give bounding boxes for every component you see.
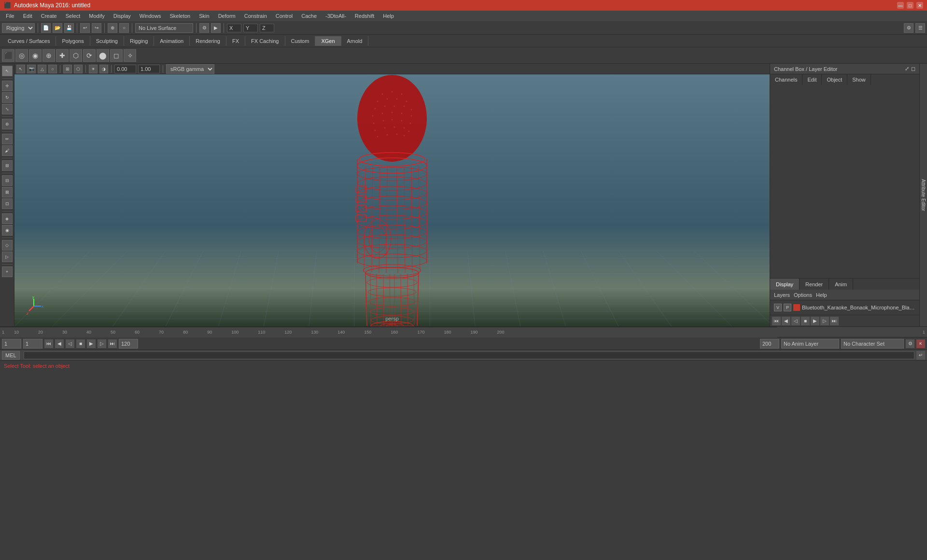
prev-frame-btn[interactable]: ◀ [782,317,790,325]
new-scene-button[interactable]: 📄 [41,23,51,33]
pb-next-key[interactable]: ⏭ [108,339,117,348]
shelf-icon-1[interactable]: ⬛ [2,49,14,62]
settings-button[interactable]: ⚙ [904,23,913,33]
char-set-field[interactable]: No Character Set [841,339,904,349]
undo-button[interactable]: ↩ [80,23,90,33]
next-keyframe-btn[interactable]: ⏭ [830,317,839,325]
shelf-icon-3[interactable]: ◉ [29,49,42,62]
menu-item-redshift[interactable]: Redshift [351,12,378,20]
shelf-icon-5[interactable]: ✚ [56,49,69,62]
snap-grid-button[interactable]: ⊟ [2,175,13,186]
pb-play-fwd[interactable]: ▶ [87,339,96,348]
shelf-tab-rendering[interactable]: Rendering [190,36,226,46]
attr-editor-label[interactable]: Attribute Editor [919,177,927,213]
open-button[interactable]: 📂 [53,23,62,33]
menu-item-modify[interactable]: Modify [85,12,108,20]
menu-item-help[interactable]: Help [379,12,398,20]
save-button[interactable]: 💾 [64,23,74,33]
shelf-icon-10[interactable]: ⟡ [124,49,136,62]
menu-item-constrain[interactable]: Constrain [240,12,271,20]
sculpt-button[interactable]: ✏ [2,134,13,144]
layers-ctrl-options[interactable]: Options [794,292,812,298]
range-end-field[interactable]: 120 [119,339,138,349]
stop-btn[interactable]: ■ [801,317,810,325]
next-frame-btn[interactable]: ▷ [820,317,829,325]
vp-select-btn[interactable]: ↖ [16,65,25,73]
shelf-icon-9[interactable]: ◻ [110,49,123,62]
soft-select-button[interactable]: ⊛ [2,119,13,129]
y-field[interactable]: Y [243,24,258,32]
shelf-tab-polygons[interactable]: Polygons [56,36,90,46]
menu-item-skin[interactable]: Skin [195,12,213,20]
isolate-button[interactable]: ◉ [2,225,13,236]
shelf-icon-6[interactable]: ⬡ [70,49,82,62]
menu-item-create[interactable]: Create [37,12,61,20]
play-back-btn[interactable]: ◁ [791,317,800,325]
command-input[interactable] [24,351,914,359]
shelf-tab-curves---surfaces[interactable]: Curves / Surfaces [2,36,56,46]
cb-tab-object[interactable]: Object [822,74,847,85]
menu-item-edit[interactable]: Edit [19,12,36,20]
hypershade-button[interactable]: ◇ [2,240,13,251]
move-tool-button[interactable]: ✛ [2,81,13,91]
plus-button[interactable]: + [2,266,13,277]
shelf-tab-fx[interactable]: FX [226,36,245,46]
scale-tool-button[interactable]: ⤡ [2,104,13,114]
menu-item-display[interactable]: Display [110,12,135,20]
snap-point-button[interactable]: ⊡ [2,198,13,209]
redo-button[interactable]: ↪ [92,23,101,33]
play-forward-btn[interactable]: ▶ [811,317,819,325]
shelf-icon-4[interactable]: ⊕ [42,49,55,62]
show-manip-button[interactable]: ⊞ [2,160,13,171]
select-button[interactable]: ⊕ [108,23,117,33]
shelf-settings-button[interactable]: ☰ [915,23,925,33]
shelf-tab-arnold[interactable]: Arnold [341,36,369,46]
current-frame-field[interactable]: 1 [2,339,21,349]
paint-button[interactable]: 🖌 [2,145,13,156]
vp-light-btn[interactable]: ☀ [89,65,98,73]
shelf-tab-rigging[interactable]: Rigging [124,36,154,46]
cb-tab-show[interactable]: Show [847,74,871,85]
viewport-canvas[interactable]: persp x y z [14,74,770,326]
menu-item-control[interactable]: Control [272,12,296,20]
layers-ctrl-help[interactable]: Help [816,292,827,298]
layer-playback-toggle[interactable]: P [784,304,791,311]
pb-next[interactable]: ▷ [98,339,106,348]
vp-wire-btn[interactable]: ⬡ [74,65,83,73]
menu-item-skeleton[interactable]: Skeleton [166,12,194,20]
menu-item-deform[interactable]: Deform [214,12,239,20]
layer-visibility-toggle[interactable]: V [774,304,782,311]
attribute-editor-tab[interactable]: Attribute Editor [919,64,927,326]
gamma-select[interactable]: sRGB gamma [166,64,214,74]
title-bar-controls[interactable]: — □ ✕ [897,2,923,9]
minimize-button[interactable]: — [897,2,904,9]
range-start-field[interactable]: 1 [23,339,42,349]
pb-stop[interactable]: ■ [76,339,85,348]
menu-item--3dtoall-[interactable]: -3DtoAll- [322,12,350,20]
shelf-tab-animation[interactable]: Animation [154,36,190,46]
cb-tab-edit[interactable]: Edit [802,74,822,85]
menu-item-cache[interactable]: Cache [297,12,321,20]
shelf-tab-custom[interactable]: Custom [285,36,316,46]
menu-item-windows[interactable]: Windows [136,12,165,20]
pb-play-back[interactable]: ◁ [66,339,74,348]
auto-key-btn[interactable]: K [916,339,925,348]
menu-item-file[interactable]: File [2,12,18,20]
shelf-tab-fx-caching[interactable]: FX Caching [245,36,285,46]
shelf-icon-8[interactable]: ⬤ [97,49,109,62]
time-field-2[interactable]: 1.00 [138,65,160,73]
mode-select[interactable]: Rigging [2,23,35,33]
shelf-icon-2[interactable]: ◎ [15,49,28,62]
x-field[interactable]: X [227,24,241,32]
end-time-field[interactable]: 200 [760,339,779,349]
z-field[interactable]: Z [260,24,274,32]
render-button[interactable]: ▶ [211,23,221,33]
maximize-button[interactable]: □ [907,2,913,9]
channel-box-expand-icon[interactable]: ⤢ [905,66,909,72]
time-field-1[interactable]: 0.00 [114,65,136,73]
layers-ctrl-layers[interactable]: Layers [774,292,790,298]
rotate-tool-button[interactable]: ↻ [2,92,13,103]
vp-camera-btn[interactable]: 📷 [27,65,36,73]
vp-shadow-btn[interactable]: ◑ [99,65,108,73]
timeline[interactable]: 1 10 20 30 40 50 60 70 80 90 100 110 120… [0,327,777,337]
